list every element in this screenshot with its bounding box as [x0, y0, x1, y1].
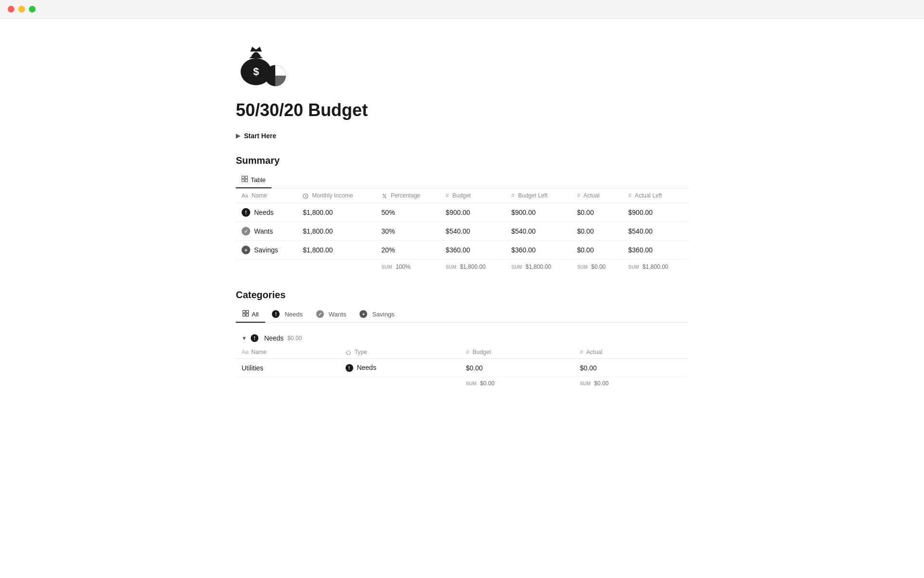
table-row[interactable]: Utilities ! Needs $0.00 $0.00 — [236, 359, 688, 377]
sub-col-type: Type — [340, 346, 460, 359]
needs-group-icon: ! — [251, 334, 258, 342]
sub-col-name: Aa Name — [236, 346, 340, 359]
main-content: $ 50/30/20 Budget ▶ Start Here Summary — [197, 19, 727, 428]
summary-sum-row: SUM 100% SUM $1,800.00 SUM $1,800.00 SUM… — [236, 260, 688, 275]
needs-group-badge: $0.00 — [287, 335, 302, 342]
toggle-arrow-icon: ▶ — [236, 132, 240, 139]
wants-tab-icon: ✓ — [316, 310, 324, 318]
start-here-toggle[interactable]: ▶ Start Here — [236, 132, 688, 140]
sum-budget-left: SUM $1,800.00 — [506, 260, 571, 275]
svg-rect-4 — [245, 176, 248, 179]
tab-wants[interactable]: ✓ Wants — [309, 306, 353, 323]
row-percentage-savings: 20% — [376, 241, 440, 260]
needs-tab-icon: ! — [272, 310, 280, 318]
needs-sum-budget: SUM $0.00 — [460, 377, 574, 390]
all-grid-icon — [243, 310, 249, 318]
tab-needs[interactable]: ! Needs — [265, 306, 309, 323]
needs-sub-table: Aa Name Type # Budget # Actual — [236, 346, 688, 390]
row-actual-left-needs: $900.00 — [623, 203, 688, 222]
col-actual: # Actual — [571, 188, 623, 203]
row-budget-needs: $900.00 — [440, 203, 505, 222]
svg-rect-3 — [242, 176, 244, 179]
sum-actual-left: SUM $1,800.00 — [623, 260, 688, 275]
svg-rect-8 — [243, 311, 245, 313]
needs-icon: ! — [242, 208, 250, 217]
close-button[interactable] — [8, 6, 14, 13]
sub-row-type-icon: ! — [346, 364, 353, 372]
categories-section: Categories All ! Needs ✓ — [236, 289, 688, 390]
row-budget-left-wants: $540.00 — [506, 222, 571, 241]
summary-tab-bar: Table — [236, 172, 688, 188]
summary-table-header: Aa Name Monthly Income Percentage # Budg… — [236, 188, 688, 203]
row-budget-left-needs: $900.00 — [506, 203, 571, 222]
needs-group-label: Needs — [264, 334, 283, 342]
col-name: Aa Name — [236, 188, 297, 203]
row-budget-savings: $360.00 — [440, 241, 505, 260]
svg-rect-9 — [246, 311, 249, 313]
summary-section: Summary Table Aa Name — [236, 155, 688, 274]
sum-percentage: SUM 100% — [376, 260, 440, 275]
sum-budget: SUM $1,800.00 — [440, 260, 505, 275]
tab-needs-label: Needs — [284, 311, 303, 318]
sub-row-actual: $0.00 — [574, 359, 688, 377]
row-actual-left-wants: $540.00 — [623, 222, 688, 241]
needs-group: ▼ ! Needs $0.00 Aa Name Type — [236, 330, 688, 390]
sum-actual: SUM $0.00 — [571, 260, 623, 275]
needs-group-header[interactable]: ▼ ! Needs $0.00 — [236, 330, 688, 346]
row-actual-savings: $0.00 — [571, 241, 623, 260]
category-tab-bar: All ! Needs ✓ Wants + Savings — [236, 306, 688, 323]
maximize-button[interactable] — [29, 6, 36, 13]
row-actual-left-savings: $360.00 — [623, 241, 688, 260]
row-name-wants: ✓ Wants — [236, 222, 297, 241]
row-budget-left-savings: $360.00 — [506, 241, 571, 260]
summary-heading: Summary — [236, 155, 688, 166]
needs-sub-header: Aa Name Type # Budget # Actual — [236, 346, 688, 359]
col-percentage: Percentage — [376, 188, 440, 203]
svg-rect-10 — [243, 314, 245, 316]
tab-savings-label: Savings — [372, 311, 394, 318]
row-percentage-wants: 30% — [376, 222, 440, 241]
savings-icon: + — [242, 246, 250, 254]
tab-wants-label: Wants — [329, 311, 346, 318]
sub-row-budget: $0.00 — [460, 359, 574, 377]
page-title: 50/30/20 Budget — [236, 100, 688, 120]
window-chrome — [0, 0, 924, 19]
table-row[interactable]: ✓ Wants $1,800.00 30% $540.00 $540.00 $0… — [236, 222, 688, 241]
col-budget-left: # Budget Left — [506, 188, 571, 203]
row-monthly-income-wants: $1,800.00 — [297, 222, 375, 241]
tab-all[interactable]: All — [236, 306, 265, 323]
col-budget: # Budget — [440, 188, 505, 203]
row-name-needs: ! Needs — [236, 203, 297, 222]
svg-rect-5 — [242, 180, 244, 182]
svg-text:$: $ — [253, 66, 259, 78]
sub-col-actual: # Actual — [574, 346, 688, 359]
row-name-savings: + Savings — [236, 241, 297, 260]
tab-table-label: Table — [251, 176, 266, 184]
categories-heading: Categories — [236, 289, 688, 301]
col-monthly-income: Monthly Income — [297, 188, 375, 203]
svg-rect-6 — [245, 180, 248, 182]
group-collapse-icon: ▼ — [242, 335, 247, 341]
needs-sum-actual: SUM $0.00 — [574, 377, 688, 390]
tab-table[interactable]: Table — [236, 172, 271, 188]
tab-savings[interactable]: + Savings — [353, 306, 401, 323]
savings-tab-icon: + — [359, 310, 367, 318]
row-budget-wants: $540.00 — [440, 222, 505, 241]
row-actual-needs: $0.00 — [571, 203, 623, 222]
row-monthly-income-savings: $1,800.00 — [297, 241, 375, 260]
minimize-button[interactable] — [18, 6, 25, 13]
summary-table: Aa Name Monthly Income Percentage # Budg… — [236, 188, 688, 274]
table-icon — [242, 176, 248, 184]
sub-row-type: ! Needs — [340, 359, 460, 377]
sub-row-name: Utilities — [236, 359, 340, 377]
row-monthly-income-needs: $1,800.00 — [297, 203, 375, 222]
page-icon: $ — [236, 38, 688, 92]
sub-col-budget: # Budget — [460, 346, 574, 359]
row-actual-wants: $0.00 — [571, 222, 623, 241]
needs-sum-row: SUM $0.00 SUM $0.00 — [236, 377, 688, 390]
svg-rect-11 — [246, 314, 249, 316]
table-row[interactable]: ! Needs $1,800.00 50% $900.00 $900.00 $0… — [236, 203, 688, 222]
table-row[interactable]: + Savings $1,800.00 20% $360.00 $360.00 … — [236, 241, 688, 260]
tab-all-label: All — [252, 311, 258, 318]
wants-icon: ✓ — [242, 227, 250, 236]
